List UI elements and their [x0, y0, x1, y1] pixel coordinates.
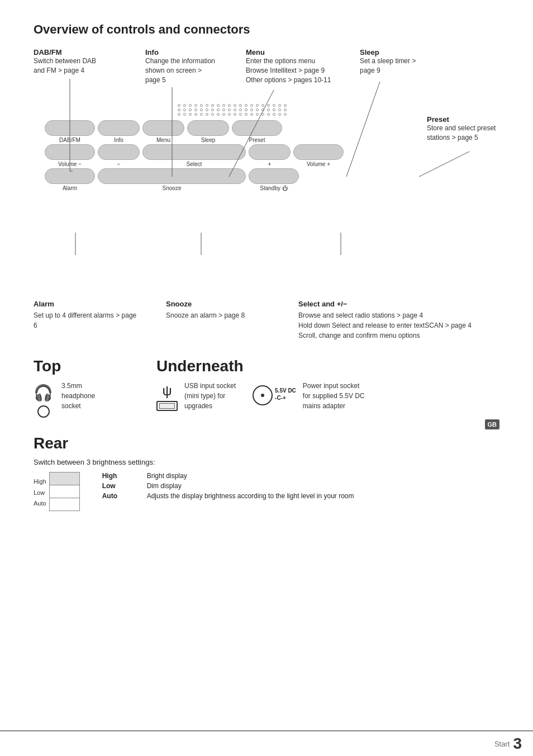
- brightness-switch[interactable]: [49, 472, 80, 511]
- top-section: Top 🎧 3.5mm headphone socket: [34, 357, 156, 418]
- power-icon: [253, 385, 273, 405]
- select-button[interactable]: [142, 144, 246, 160]
- socket-icon: [37, 405, 50, 418]
- info-button-group: Info: [98, 120, 140, 143]
- top-underneath-section: Top 🎧 3.5mm headphone socket Underneath: [34, 357, 499, 418]
- underneath-section: Underneath ψ USB input socket (mini type…: [156, 357, 499, 418]
- sleep-button[interactable]: [187, 120, 229, 136]
- usb-item: ψ USB input socket (mini type) for upgra…: [156, 381, 236, 411]
- select-annotation: Select and +/− Browse and select radio s…: [298, 300, 499, 341]
- plus-button-group: +: [249, 144, 291, 167]
- device-diagram: DAB/FM Info Menu Sleep: [45, 104, 408, 192]
- rear-section: Rear Switch between 3 brightness setting…: [34, 434, 499, 511]
- page-title: Overview of controls and connectors: [34, 22, 499, 37]
- footer-label: Start: [494, 740, 510, 748]
- dab-fm-label: DAB/FM Switch between DAB and FM > page …: [34, 48, 106, 75]
- preset-button-group: Preset: [232, 120, 282, 143]
- underneath-items: ψ USB input socket (mini type) for upgra…: [156, 381, 499, 411]
- snooze-button-group: Snooze: [98, 168, 246, 191]
- speaker-dots-row1: [56, 104, 408, 107]
- page-number: 3: [513, 735, 522, 753]
- alarm-annotation: Alarm Set up to 4 different alarms > pag…: [34, 300, 137, 341]
- preset-button[interactable]: [232, 120, 282, 136]
- brightness-content: High Low Auto High Bright display Low: [34, 472, 499, 511]
- select-button-group: Select: [142, 144, 246, 167]
- overview-section: DAB/FM Switch between DAB and FM > page …: [34, 48, 499, 341]
- volume-plus-button[interactable]: [293, 144, 344, 160]
- usb-port-icon: [156, 401, 178, 411]
- sleep-label: Sleep Set a sleep timer > page 9: [360, 48, 427, 75]
- power-item: 5.5V DC -C-+ Power input socket for supp…: [253, 381, 365, 411]
- plus-button[interactable]: [249, 144, 291, 160]
- info-label: Info Change the information shown on scr…: [145, 48, 218, 84]
- sleep-button-group: Sleep: [187, 120, 229, 143]
- standby-button-group: Standby ⏻: [249, 168, 299, 191]
- preset-label: Preset Store and select preset stations …: [427, 115, 499, 143]
- brightness-switch-labels: High Low Auto: [34, 476, 46, 509]
- info-button[interactable]: [98, 120, 140, 136]
- alarm-button-group: Alarm: [45, 168, 95, 191]
- page-footer: Start 3: [0, 730, 533, 756]
- volume-minus-button-group: Volume −: [45, 144, 95, 167]
- brightness-settings-table: High Bright display Low Dim display Auto…: [102, 472, 354, 500]
- svg-line-5: [419, 152, 469, 177]
- volume-plus-button-group: Volume +: [293, 144, 344, 167]
- minus-button[interactable]: [98, 144, 140, 160]
- snooze-button[interactable]: [98, 168, 246, 184]
- headphone-connector: 🎧 3.5mm headphone socket: [34, 381, 156, 418]
- brightness-switch-area: High Low Auto: [34, 472, 80, 511]
- speaker-dots-row2: [56, 108, 408, 111]
- gb-badge: GB: [485, 419, 500, 429]
- volume-minus-button[interactable]: [45, 144, 95, 160]
- standby-button[interactable]: [249, 168, 299, 184]
- dab-fm-button-group: DAB/FM: [45, 120, 95, 143]
- menu-label: Menu Enter the options menu Browse Intel…: [246, 48, 346, 84]
- snooze-annotation: Snooze Snooze an alarm > page 8: [166, 300, 269, 341]
- menu-button[interactable]: [142, 120, 184, 136]
- alarm-button[interactable]: [45, 168, 95, 184]
- headphone-icon: 🎧: [34, 384, 53, 418]
- speaker-dots-row3: [56, 113, 408, 116]
- dab-fm-button[interactable]: [45, 120, 95, 136]
- minus-button-group: −: [98, 144, 140, 167]
- menu-button-group: Menu: [142, 120, 184, 143]
- usb-icon: ψ: [162, 383, 172, 399]
